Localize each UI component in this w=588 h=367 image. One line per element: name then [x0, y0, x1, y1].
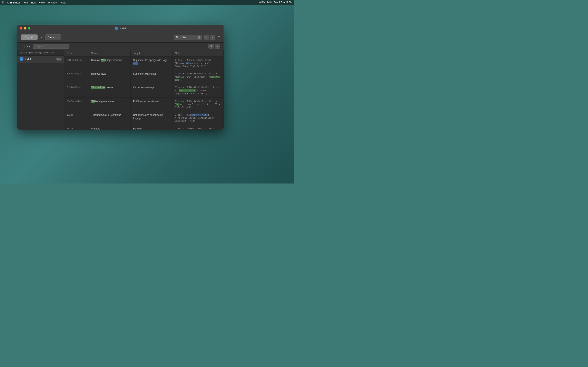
sidebar: /Users/mrqwirk/Desktop/Cookie/fr.xliff X…: [17, 50, 64, 130]
cell-id: 5o9-Ds-6Hx.ti...: [64, 84, 89, 97]
highlight-note-match: What will be: [179, 89, 196, 92]
table-row[interactable]: 5gy-WY-ceQ.ti... Remove Now Supprimer Ma…: [64, 70, 224, 84]
table-row[interactable]: 5o9-Ds-6Hx.ti... What will be cleaned: C…: [64, 84, 224, 98]
column-header-target[interactable]: Target: [131, 50, 173, 56]
highlight-note-match: Window"; title: [190, 114, 209, 116]
replace-input[interactable]: [33, 44, 69, 49]
highlight-match: What will be: [91, 86, 105, 89]
column-header-note[interactable]: Note: [173, 50, 224, 56]
file-entry-count: 769: [56, 58, 62, 60]
close-button[interactable]: [20, 27, 22, 30]
maximize-button[interactable]: [28, 27, 30, 30]
nav-buttons: ‹ ›: [204, 35, 215, 40]
table-header: ID ▲ Source Target Note: [64, 50, 224, 57]
datetime: Tue 2 Jun 21:50: [274, 1, 292, 4]
cell-note: Class = "NSButtonCell"; title = "Website…: [173, 98, 224, 111]
sidebar-file-item[interactable]: X fr.xliff 769: [17, 56, 64, 63]
network-status: 0 B/s: [259, 1, 265, 4]
battery-status: 94%: [267, 1, 272, 4]
toolbar: English › French ▼ 🔍 - ✕ ‹ › ⌃: [17, 32, 224, 43]
replace-action-buttons: ⇅ ⇆: [208, 44, 220, 49]
main-window: X fr.xliff English › French ▼ 🔍 - ✕: [17, 25, 224, 130]
highlight-target-match: Web: [133, 62, 138, 65]
next-result-button[interactable]: ›: [210, 35, 215, 40]
highlight-note-match: 5gy-WY-ceQ: [175, 76, 220, 81]
replace-one-button[interactable]: ⇅: [208, 44, 214, 49]
cell-source: Remove Webpage previews: [89, 57, 131, 70]
cell-note: Class = "NSMenuItem"; title = "Window"; …: [173, 125, 224, 130]
search-icon: 🔍: [176, 36, 179, 39]
titlebar-center: X fr.xliff: [115, 27, 126, 30]
menubar-app-name[interactable]: Xliff Editor: [7, 1, 20, 4]
menubar-view[interactable]: View: [39, 1, 45, 4]
traffic-lights: [20, 27, 30, 30]
cell-id: 13.title: [64, 111, 89, 125]
cell-id: 5gy-WY-ceQ.ti...: [64, 70, 89, 83]
table-row[interactable]: 19.title Window Fenêtre Class = "NSMenuI…: [64, 125, 224, 130]
cell-source: Tracking Cookie Definitions: [89, 111, 131, 125]
menubar-edit[interactable]: Edit: [31, 1, 36, 4]
cell-source: Website preferences: [89, 98, 131, 111]
sidebar-path: /Users/mrqwirk/Desktop/Cookie/fr.xliff: [17, 50, 64, 56]
cell-source: Remove Now: [89, 70, 131, 83]
column-header-source[interactable]: Source: [89, 50, 131, 56]
highlight-match: We: [101, 59, 105, 62]
xliff-file-icon: X: [115, 27, 118, 30]
cell-target: Préférences de site web: [131, 98, 173, 111]
search-clear-button[interactable]: ✕: [198, 36, 200, 39]
menubar-window[interactable]: Window: [48, 1, 57, 4]
cell-note: Class = "NSTextFieldCell"; title = "What…: [173, 84, 224, 97]
cell-source: What will be cleaned:: [89, 84, 131, 97]
menubar-help[interactable]: Help: [61, 1, 66, 4]
table-row[interactable]: 3qR-Bk-Cmf.tit... Remove Webpage preview…: [64, 57, 224, 70]
sort-arrow-icon: ▲: [70, 52, 72, 54]
apple-menu[interactable]: : [2, 1, 4, 4]
highlight-match: We: [91, 100, 95, 103]
cell-id: 3qR-Bk-Cmf.tit...: [64, 57, 89, 70]
cell-target: Supprimer les aperçus de Page Web: [131, 57, 173, 70]
cell-target: Définitions des coookies de traçage: [131, 111, 173, 125]
search-divider: -: [180, 35, 181, 39]
regex-toggle-button[interactable]: .*: [21, 45, 25, 48]
highlight-note-match: We: [176, 103, 180, 106]
menubar-file[interactable]: File: [24, 1, 28, 4]
collapse-toolbar-button[interactable]: ⌃: [218, 35, 220, 39]
search-wrapper: 🔍 - ✕: [174, 35, 202, 40]
table-row[interactable]: 9fs-Bz-en5.title Website preferences Pré…: [64, 98, 224, 111]
window-title: fr.xliff: [120, 27, 126, 30]
replace-options: .* Aa: [21, 45, 31, 48]
menubar:  Xliff Editor File Edit View Window Hel…: [0, 0, 294, 5]
cell-target: Supprimer Maintenant: [131, 70, 173, 83]
desktop: X fr.xliff English › French ▼ 🔍 - ✕: [0, 5, 294, 184]
menubar-left:  Xliff Editor File Edit View Window Hel…: [2, 1, 66, 4]
table-area: ID ▲ Source Target Note 3qR-Bk-Cmf.ti: [64, 50, 224, 130]
main-content: /Users/mrqwirk/Desktop/Cookie/fr.xliff X…: [17, 50, 224, 130]
cell-id: 19.title: [64, 125, 89, 130]
cell-id: 9fs-Bz-en5.title: [64, 98, 89, 111]
cell-note: Class = "NSWindow"; title = "Tracking Co…: [173, 111, 224, 125]
cell-target: Ce qui sera nettoyé :: [131, 84, 173, 97]
cell-note: Class = "NSButtonCell"; title = "Remove …: [173, 70, 224, 83]
table-row[interactable]: 13.title Tracking Cookie Definitions Déf…: [64, 111, 224, 125]
highlight-note-match: We: [186, 62, 189, 64]
case-sensitive-button[interactable]: Aa: [26, 45, 31, 48]
titlebar: X fr.xliff: [17, 25, 224, 32]
minimize-button[interactable]: [24, 27, 26, 30]
target-language-select[interactable]: French: [45, 34, 61, 40]
menubar-right: 0 B/s 94% Tue 2 Jun 21:50: [259, 1, 292, 4]
column-header-id[interactable]: ID ▲: [64, 50, 89, 56]
cell-target: Fenêtre: [131, 125, 173, 130]
search-input[interactable]: [182, 36, 197, 39]
replace-bar: .* Aa ⇅ ⇆: [17, 43, 224, 50]
cell-note: Class = "NSMenuItem"; title = "Remove We…: [173, 57, 224, 70]
target-language-wrapper: French ▼: [45, 34, 61, 40]
swap-languages-button[interactable]: ›: [40, 35, 43, 40]
replace-all-button[interactable]: ⇆: [215, 44, 220, 49]
file-type-icon: X: [20, 57, 24, 61]
prev-result-button[interactable]: ‹: [204, 35, 209, 40]
source-language-button[interactable]: English: [21, 34, 38, 40]
cell-source: Window: [89, 125, 131, 130]
file-name-label: fr.xliff: [25, 58, 55, 61]
